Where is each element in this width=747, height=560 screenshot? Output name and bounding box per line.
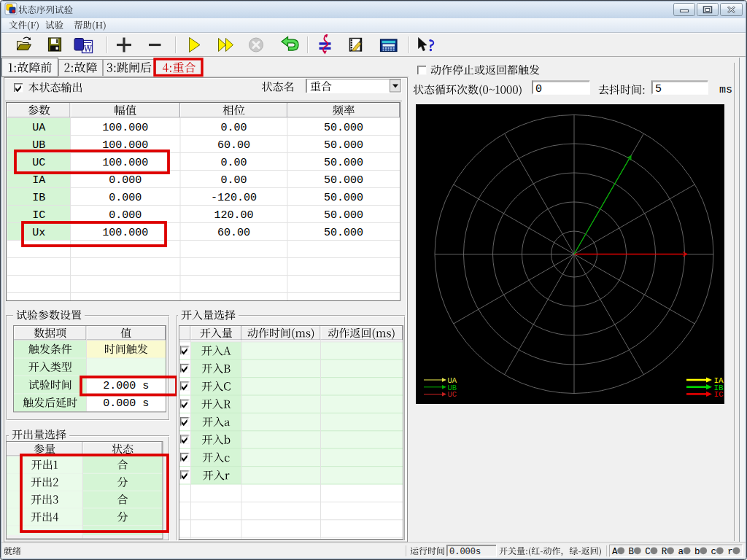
svg-text:b: b xyxy=(694,547,700,557)
svg-text:0.00: 0.00 xyxy=(220,157,247,169)
svg-text:120.00: 120.00 xyxy=(214,209,253,222)
svg-text:C: C xyxy=(645,547,651,557)
svg-text:60.00: 60.00 xyxy=(217,139,250,152)
svg-text:5: 5 xyxy=(655,83,662,96)
svg-text:100.000: 100.000 xyxy=(102,157,148,169)
svg-text:50.000: 50.000 xyxy=(324,157,363,169)
svg-text:60.00: 60.00 xyxy=(217,227,250,239)
svg-text:50.000: 50.000 xyxy=(324,192,363,204)
svg-text:100.000: 100.000 xyxy=(102,139,148,152)
svg-text:50.000: 50.000 xyxy=(324,227,363,239)
svg-text:50.000: 50.000 xyxy=(324,122,363,134)
svg-text:0.00: 0.00 xyxy=(220,122,247,134)
svg-text:B: B xyxy=(629,547,635,557)
svg-text:r: r xyxy=(727,547,733,557)
svg-text:A: A xyxy=(612,547,618,557)
svg-text:-120.00: -120.00 xyxy=(211,192,257,204)
svg-text:Ux: Ux xyxy=(32,227,45,239)
svg-text:IC: IC xyxy=(32,209,45,222)
svg-text:2.000 s: 2.000 s xyxy=(103,380,149,392)
svg-text:UA: UA xyxy=(32,122,45,134)
svg-text:100.000: 100.000 xyxy=(102,227,148,239)
svg-text:UB: UB xyxy=(32,139,45,152)
svg-text:0.000: 0.000 xyxy=(109,174,142,187)
svg-text:IA: IA xyxy=(32,174,45,187)
svg-text:IB: IB xyxy=(32,192,45,204)
svg-text:ms: ms xyxy=(719,84,732,96)
svg-text:50.000: 50.000 xyxy=(324,174,363,187)
svg-text:c: c xyxy=(711,547,717,557)
svg-text:0.000 s: 0.000 s xyxy=(103,397,149,410)
svg-text:0.000s: 0.000s xyxy=(449,547,481,557)
svg-text:100.000: 100.000 xyxy=(102,122,148,134)
svg-text:0: 0 xyxy=(535,83,542,96)
svg-text:IC: IC xyxy=(714,390,724,399)
svg-text:UC: UC xyxy=(448,390,457,399)
svg-text:50.000: 50.000 xyxy=(324,139,363,152)
svg-text:0.000: 0.000 xyxy=(109,209,142,222)
svg-text:UC: UC xyxy=(32,157,45,169)
svg-text:0.000: 0.000 xyxy=(109,192,142,204)
svg-text:50.000: 50.000 xyxy=(324,209,363,222)
svg-text:0.00: 0.00 xyxy=(220,174,247,187)
svg-text:a: a xyxy=(678,547,684,557)
svg-text:R: R xyxy=(662,547,667,557)
